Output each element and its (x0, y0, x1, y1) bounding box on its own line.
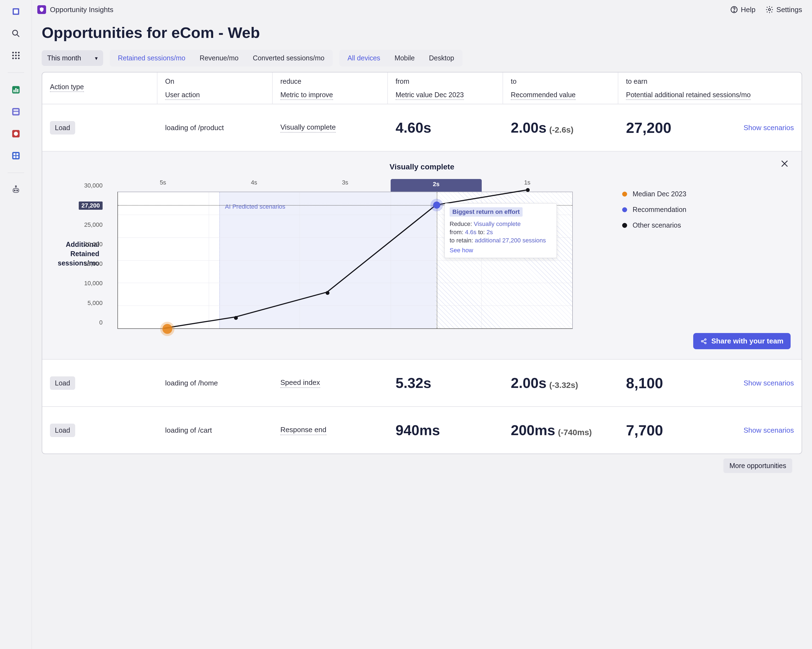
earn-value: 8,100 (626, 375, 663, 392)
legend-median: Median Dec 2023 (622, 190, 686, 198)
svg-point-29 (15, 185, 17, 187)
sidebar-app-3-icon[interactable] (10, 128, 22, 140)
x-axis-ticks: 5s 4s 3s 2s 1s (118, 179, 573, 191)
page-title: Opportunities for eCom - Web (32, 17, 812, 50)
svg-point-27 (17, 190, 18, 191)
apps-grid-icon[interactable] (10, 49, 22, 61)
chart-legend: Median Dec 2023 Recommendation Other sce… (622, 190, 686, 229)
metric-tab-retained[interactable]: Retained sessions/mo (111, 51, 192, 65)
svg-point-4 (12, 52, 14, 54)
median-point[interactable] (162, 324, 172, 334)
sidebar-app-1-icon[interactable] (10, 84, 22, 96)
sidebar-bot-icon[interactable] (10, 184, 22, 196)
help-button[interactable]: Help (730, 6, 756, 14)
table-header: Action type OnUser action reduceMetric t… (42, 72, 801, 104)
col-action-type: Action type (50, 83, 84, 92)
metric-from: 940ms (395, 422, 440, 438)
svg-point-19 (14, 132, 18, 136)
action-badge: Load (50, 424, 75, 437)
user-action-text: loading of /home (165, 379, 218, 387)
col-user-action: User action (165, 91, 200, 100)
metric-link[interactable]: Speed index (280, 378, 320, 388)
help-label: Help (741, 6, 756, 14)
svg-point-9 (18, 55, 20, 56)
chart-tooltip: Biggest return on effort Reduce: Visuall… (444, 203, 557, 258)
chart-title: Visually complete (53, 162, 791, 171)
svg-rect-16 (17, 89, 18, 92)
earn-value: 7,700 (626, 422, 663, 439)
tooltip-title: Biggest return on effort (450, 207, 523, 217)
svg-point-26 (14, 190, 15, 191)
svg-point-6 (18, 52, 20, 54)
col-metric-value: Metric value Dec 2023 (395, 91, 464, 100)
legend-recommendation: Recommendation (622, 206, 686, 214)
app-shield-icon (37, 5, 46, 14)
svg-point-7 (12, 55, 14, 56)
col-recommended: Recommended value (511, 91, 575, 100)
search-icon[interactable] (10, 28, 22, 40)
y-axis-ticks: 30,000 27,200 25,000 20,000 15,000 10,00… (102, 185, 107, 323)
earn-value: 27,200 (626, 119, 671, 136)
metric-tab-converted[interactable]: Converted sessions/mo (246, 51, 331, 65)
col-metric: Metric to improve (280, 91, 333, 100)
tooltip-see-how-link[interactable]: See how (450, 247, 552, 254)
opportunities-table: Action type OnUser action reduceMetric t… (42, 72, 802, 454)
settings-button[interactable]: Settings (765, 6, 802, 14)
left-sidebar (0, 0, 32, 649)
svg-point-5 (15, 52, 17, 54)
svg-line-39 (703, 341, 705, 343)
device-tab-mobile[interactable]: Mobile (388, 51, 421, 65)
period-select[interactable]: This month ▾ (42, 50, 103, 66)
table-row: Load loading of /product Visually comple… (42, 104, 801, 152)
more-opportunities-button[interactable]: More opportunities (723, 458, 792, 473)
svg-point-8 (15, 55, 17, 56)
svg-rect-20 (12, 152, 20, 159)
metric-tab-revenue[interactable]: Revenue/mo (193, 51, 245, 65)
action-badge: Load (50, 377, 75, 390)
sidebar-app-4-icon[interactable] (10, 150, 22, 162)
svg-point-32 (768, 9, 771, 11)
svg-rect-24 (16, 156, 18, 158)
svg-rect-21 (14, 153, 16, 155)
period-select-label: This month (47, 54, 81, 62)
sidebar-divider (8, 72, 24, 73)
line-chart[interactable]: AI Predicted scenarios (118, 191, 573, 329)
scenario-chart-panel: Visually complete Additional Retained se… (42, 152, 801, 360)
sidebar-divider (8, 173, 24, 173)
table-row: Load loading of /cart Response end 940ms… (42, 407, 801, 453)
metric-to: 2.00s(-2.6s) (511, 119, 574, 136)
metric-link[interactable]: Response end (280, 426, 327, 435)
svg-point-11 (15, 58, 17, 59)
topbar: Opportunity Insights Help Settings (32, 0, 812, 17)
svg-rect-22 (16, 153, 18, 155)
scenario-point[interactable] (326, 291, 330, 295)
device-tab-desktop[interactable]: Desktop (423, 51, 461, 65)
app-logo-icon[interactable] (10, 6, 22, 18)
close-icon[interactable] (780, 159, 789, 168)
metric-link[interactable]: Visually complete (280, 123, 336, 133)
scenario-point[interactable] (526, 188, 530, 192)
show-scenarios-link[interactable]: Show scenarios (743, 124, 794, 132)
user-action-text: loading of /product (165, 124, 224, 132)
svg-point-2 (13, 30, 18, 35)
show-scenarios-link[interactable]: Show scenarios (743, 379, 794, 387)
svg-rect-1 (14, 9, 18, 14)
share-button[interactable]: Share with your team (693, 333, 791, 349)
svg-line-3 (17, 35, 19, 37)
recommendation-point[interactable] (433, 202, 440, 209)
col-potential: Potential additional retained sessions/m… (626, 91, 751, 100)
show-scenarios-link[interactable]: Show scenarios (743, 426, 794, 435)
action-badge: Load (50, 121, 75, 135)
chevron-down-icon: ▾ (95, 55, 98, 61)
scenario-point[interactable] (234, 316, 238, 320)
app-name: Opportunity Insights (50, 6, 113, 14)
settings-label: Settings (776, 6, 802, 14)
device-tabs: All devices Mobile Desktop (339, 50, 462, 66)
table-row: Load loading of /home Speed index 5.32s … (42, 360, 801, 407)
svg-line-38 (703, 340, 705, 341)
metric-to: 200ms(-740ms) (511, 422, 592, 438)
metric-from: 5.32s (395, 375, 431, 391)
metric-tabs: Retained sessions/mo Revenue/mo Converte… (110, 50, 333, 66)
sidebar-app-2-icon[interactable] (10, 106, 22, 118)
device-tab-all[interactable]: All devices (341, 51, 387, 65)
